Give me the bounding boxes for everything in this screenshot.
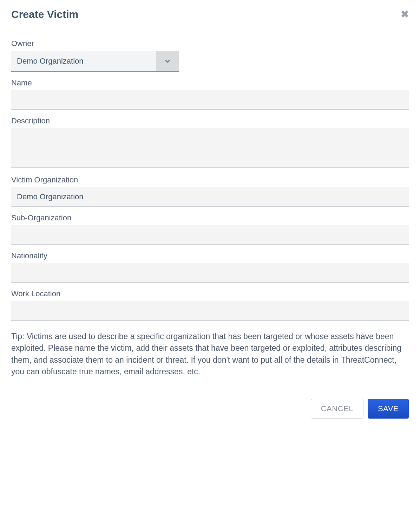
chevron-down-icon — [164, 57, 171, 65]
owner-field-group: Owner Demo Organization — [11, 39, 409, 72]
owner-select-value: Demo Organization — [11, 51, 156, 71]
modal-footer: CANCEL SAVE — [0, 399, 420, 428]
cancel-button[interactable]: CANCEL — [311, 399, 363, 419]
work-location-label: Work Location — [11, 289, 409, 298]
work-location-input[interactable] — [11, 301, 409, 321]
name-field-group: Name — [11, 78, 409, 110]
owner-select[interactable]: Demo Organization — [11, 51, 179, 72]
close-icon[interactable]: ✖ — [401, 9, 409, 19]
save-button[interactable]: SAVE — [368, 399, 409, 419]
modal-header: Create Victim ✖ — [0, 0, 420, 29]
owner-label: Owner — [11, 39, 409, 48]
description-field-group: Description — [11, 116, 409, 169]
victim-org-field-group: Victim Organization — [11, 175, 409, 207]
sub-org-input[interactable] — [11, 225, 409, 245]
sub-org-label: Sub-Organization — [11, 213, 409, 222]
victim-org-input[interactable] — [11, 187, 409, 207]
name-label: Name — [11, 78, 409, 88]
nationality-label: Nationality — [11, 251, 409, 260]
name-input[interactable] — [11, 90, 409, 110]
owner-select-toggle[interactable] — [156, 51, 179, 71]
nationality-field-group: Nationality — [11, 251, 409, 283]
work-location-field-group: Work Location — [11, 289, 409, 321]
modal-body: Owner Demo Organization Name Description… — [0, 29, 420, 393]
sub-org-field-group: Sub-Organization — [11, 213, 409, 245]
modal-title: Create Victim — [11, 8, 78, 20]
victim-org-label: Victim Organization — [11, 175, 409, 185]
description-label: Description — [11, 116, 409, 125]
tip-text: Tip: Victims are used to describe a spec… — [11, 331, 409, 386]
description-input[interactable] — [11, 128, 409, 168]
create-victim-modal: Create Victim ✖ Owner Demo Organization … — [0, 0, 420, 428]
nationality-input[interactable] — [11, 263, 409, 283]
